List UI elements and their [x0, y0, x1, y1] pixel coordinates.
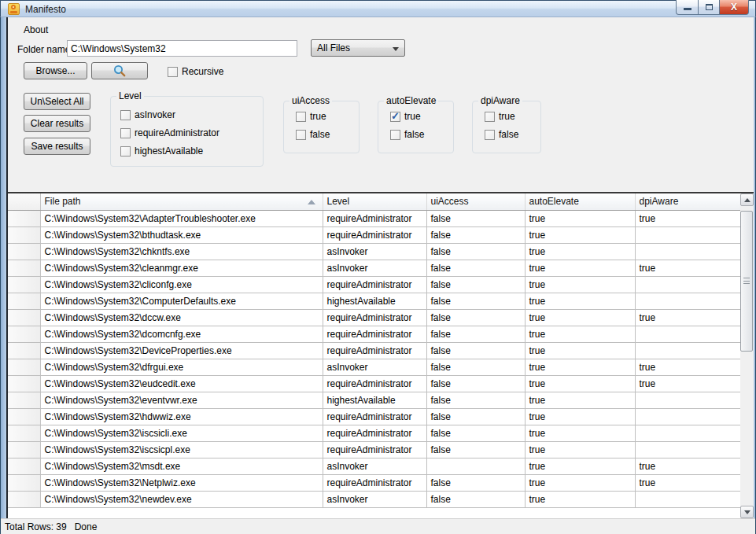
- table-row[interactable]: C:\Windows\System32\chkntfs.exeasInvoker…: [8, 243, 740, 260]
- cell-uiaccess[interactable]: false: [426, 276, 525, 293]
- cell-uiaccess[interactable]: false: [426, 408, 525, 425]
- cell-file-path[interactable]: C:\Windows\System32\iscsicli.exe: [40, 425, 323, 441]
- cell-autoelevate[interactable]: true: [525, 210, 635, 226]
- cell-autoelevate[interactable]: true: [525, 425, 635, 441]
- cell-file-path[interactable]: C:\Windows\System32\cliconfg.exe: [40, 276, 323, 293]
- autoelevate-true-checkbox[interactable]: [390, 112, 400, 122]
- title-bar[interactable]: Manifesto: [0, 0, 756, 17]
- table-row[interactable]: C:\Windows\System32\dfrgui.exeasInvokerf…: [8, 359, 740, 375]
- cell-uiaccess[interactable]: false: [426, 309, 525, 326]
- cell-autoelevate[interactable]: true: [525, 260, 635, 276]
- cell-autoelevate[interactable]: true: [525, 474, 635, 491]
- table-row[interactable]: C:\Windows\System32\cliconfg.exerequireA…: [8, 276, 740, 293]
- recursive-checkbox[interactable]: [168, 67, 178, 77]
- cell-level[interactable]: requireAdministrator: [323, 326, 426, 342]
- row-header-cell[interactable]: [8, 260, 40, 276]
- cell-level[interactable]: requireAdministrator: [323, 276, 426, 293]
- row-header-cell[interactable]: [8, 243, 40, 260]
- cell-level[interactable]: requireAdministrator: [323, 342, 426, 359]
- cell-file-path[interactable]: C:\Windows\System32\Netplwiz.exe: [40, 474, 323, 491]
- row-header-cell[interactable]: [8, 425, 40, 441]
- table-row[interactable]: C:\Windows\System32\AdapterTroubleshoote…: [8, 210, 740, 226]
- cell-autoelevate[interactable]: true: [525, 441, 635, 458]
- cell-file-path[interactable]: C:\Windows\System32\eventvwr.exe: [40, 392, 323, 408]
- cell-autoelevate[interactable]: true: [525, 326, 635, 342]
- uiaccess-true-checkbox[interactable]: [296, 112, 306, 122]
- cell-level[interactable]: requireAdministrator: [323, 226, 426, 243]
- cell-dpiaware[interactable]: true: [635, 309, 740, 326]
- cell-dpiaware[interactable]: [635, 392, 740, 408]
- cell-autoelevate[interactable]: true: [525, 276, 635, 293]
- table-row[interactable]: C:\Windows\System32\hdwwiz.exerequireAdm…: [8, 408, 740, 425]
- cell-file-path[interactable]: C:\Windows\System32\DeviceProperties.exe: [40, 342, 323, 359]
- cell-file-path[interactable]: C:\Windows\System32\chkntfs.exe: [40, 243, 323, 260]
- cell-uiaccess[interactable]: false: [426, 425, 525, 441]
- cell-level[interactable]: asInvoker: [323, 491, 426, 507]
- row-header-cell[interactable]: [8, 392, 40, 408]
- cell-file-path[interactable]: C:\Windows\System32\eudcedit.exe: [40, 375, 323, 392]
- cell-level[interactable]: asInvoker: [323, 359, 426, 375]
- cell-autoelevate[interactable]: true: [525, 226, 635, 243]
- column-header-level[interactable]: Level: [323, 193, 426, 210]
- table-row[interactable]: C:\Windows\System32\dccw.exerequireAdmin…: [8, 309, 740, 326]
- cell-file-path[interactable]: C:\Windows\System32\iscsicpl.exe: [40, 441, 323, 458]
- cell-uiaccess[interactable]: false: [426, 359, 525, 375]
- cell-dpiaware[interactable]: [635, 408, 740, 425]
- browse-button[interactable]: Browse...: [24, 62, 87, 79]
- cell-dpiaware[interactable]: [635, 425, 740, 441]
- column-header-autoelevate[interactable]: autoElevate: [525, 193, 635, 210]
- cell-dpiaware[interactable]: [635, 243, 740, 260]
- cell-autoelevate[interactable]: true: [525, 359, 635, 375]
- cell-level[interactable]: asInvoker: [323, 243, 426, 260]
- table-row[interactable]: C:\Windows\System32\eventvwr.exehighestA…: [8, 392, 740, 408]
- column-header-file-path[interactable]: File path: [40, 193, 323, 210]
- cell-level[interactable]: requireAdministrator: [323, 441, 426, 458]
- table-row[interactable]: C:\Windows\System32\cleanmgr.exeasInvoke…: [8, 260, 740, 276]
- table-row[interactable]: C:\Windows\System32\newdev.exeasInvokerf…: [8, 491, 740, 507]
- requireadministrator-checkbox[interactable]: [120, 128, 131, 138]
- cell-autoelevate[interactable]: true: [525, 392, 635, 408]
- row-header-cell[interactable]: [8, 342, 40, 359]
- row-header-cell[interactable]: [8, 359, 40, 375]
- cell-level[interactable]: requireAdministrator: [323, 210, 426, 226]
- uiaccess-false-checkbox[interactable]: [296, 130, 306, 140]
- cell-file-path[interactable]: C:\Windows\System32\bthudtask.exe: [40, 226, 323, 243]
- save-results-button[interactable]: Save results: [24, 138, 90, 155]
- cell-level[interactable]: requireAdministrator: [323, 408, 426, 425]
- cell-uiaccess[interactable]: false: [426, 441, 525, 458]
- table-row[interactable]: C:\Windows\System32\DeviceProperties.exe…: [8, 342, 740, 359]
- cell-dpiaware[interactable]: [635, 276, 740, 293]
- cell-file-path[interactable]: C:\Windows\System32\dcomcnfg.exe: [40, 326, 323, 342]
- cell-file-path[interactable]: C:\Windows\System32\msdt.exe: [40, 458, 323, 474]
- unselect-all-button[interactable]: Un\Select All: [24, 93, 90, 110]
- cell-file-path[interactable]: C:\Windows\System32\dccw.exe: [40, 309, 323, 326]
- cell-uiaccess[interactable]: false: [426, 326, 525, 342]
- asinvoker-checkbox[interactable]: [120, 110, 131, 120]
- file-filter-dropdown[interactable]: All Files: [311, 39, 405, 57]
- table-row[interactable]: C:\Windows\System32\bthudtask.exerequire…: [8, 226, 740, 243]
- row-header-cell[interactable]: [8, 441, 40, 458]
- row-header-cell[interactable]: [8, 226, 40, 243]
- row-header-column[interactable]: [8, 193, 40, 210]
- cell-autoelevate[interactable]: true: [525, 458, 635, 474]
- cell-autoelevate[interactable]: true: [525, 243, 635, 260]
- cell-dpiaware[interactable]: [635, 293, 740, 309]
- row-header-cell[interactable]: [8, 326, 40, 342]
- cell-uiaccess[interactable]: false: [426, 342, 525, 359]
- cell-uiaccess[interactable]: false: [426, 293, 525, 309]
- maximize-button[interactable]: [699, 0, 720, 15]
- cell-dpiaware[interactable]: true: [635, 260, 740, 276]
- scrollbar-thumb[interactable]: [740, 211, 753, 352]
- column-header-uiaccess[interactable]: uiAccess: [426, 193, 525, 210]
- folder-name-input[interactable]: [67, 40, 297, 57]
- cell-dpiaware[interactable]: true: [635, 359, 740, 375]
- cell-file-path[interactable]: C:\Windows\System32\hdwwiz.exe: [40, 408, 323, 425]
- scroll-down-button[interactable]: [740, 506, 754, 518]
- close-button[interactable]: X: [720, 0, 749, 15]
- cell-uiaccess[interactable]: false: [426, 491, 525, 507]
- table-row[interactable]: C:\Windows\System32\iscsicpl.exerequireA…: [8, 441, 740, 458]
- cell-level[interactable]: highestAvailable: [323, 293, 426, 309]
- cell-level[interactable]: asInvoker: [323, 260, 426, 276]
- row-header-cell[interactable]: [8, 408, 40, 425]
- cell-level[interactable]: requireAdministrator: [323, 309, 426, 326]
